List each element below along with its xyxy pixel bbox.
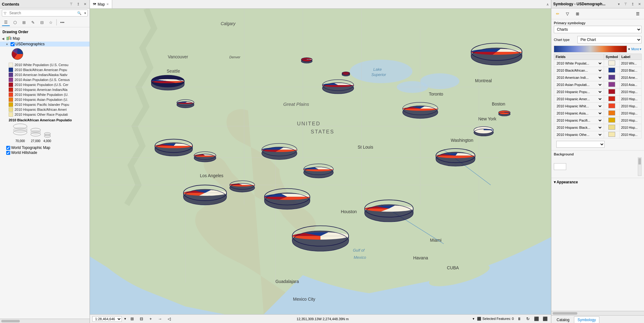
field-symbol-5[interactable] bbox=[604, 96, 620, 103]
label-col-header: Label bbox=[620, 54, 642, 60]
map-nav-btn[interactable]: ⬛ bbox=[533, 316, 540, 322]
fields-table-container: Fields Symbol Label 2010 White Populat..… bbox=[551, 54, 644, 138]
tree-item-usdemographics[interactable]: ▾ USDemographics bbox=[0, 42, 90, 47]
tree-item-world-hillshade[interactable]: World Hillshade bbox=[0, 150, 90, 155]
legend-swatch-8 bbox=[9, 102, 13, 107]
legend-swatch-0 bbox=[9, 63, 13, 67]
ramp-dropdown-icon[interactable]: ▾ bbox=[628, 47, 630, 51]
star-btn[interactable]: ☆ bbox=[47, 19, 55, 26]
coords-dropdown[interactable]: ▾ bbox=[473, 317, 474, 321]
legend-text-10: 2010 Hispanic Other Race Populati bbox=[15, 113, 68, 116]
primary-symbology-dropdown[interactable]: Charts bbox=[554, 26, 642, 33]
refresh-btn[interactable]: ↻ bbox=[524, 316, 531, 322]
sym-tool-mask[interactable]: ⊞ bbox=[573, 10, 582, 18]
contents-scroll-thumb[interactable] bbox=[1, 320, 20, 322]
map-viewport[interactable]: Calgary Vancouver Seattle Great Plains L… bbox=[90, 9, 551, 314]
contents-body: Drawing Order ◀ Map ▾ USDemographics bbox=[0, 27, 90, 319]
sym-close-btn[interactable]: ✕ bbox=[637, 1, 642, 7]
size-70000: 70,000 bbox=[15, 139, 25, 143]
sym-scrollbar[interactable] bbox=[638, 157, 642, 176]
contents-scrollbar[interactable] bbox=[0, 319, 90, 323]
legend-text-2: 2010 American Indian/Alaska Nativ bbox=[15, 73, 68, 77]
field-label-9: 2010 Hisp... bbox=[620, 124, 642, 131]
sym-unpin-btn[interactable]: ↥ bbox=[630, 1, 635, 7]
field-symbol-10[interactable] bbox=[604, 131, 620, 138]
tree-arrow-map: ◀ bbox=[2, 37, 6, 40]
field-row-8: 2010 Hispanic Pacifi... 2010 Hisp... bbox=[554, 117, 642, 124]
field-symbol-0[interactable] bbox=[604, 60, 620, 67]
sym-tool-filter[interactable]: ▽ bbox=[563, 10, 572, 18]
field-symbol-6[interactable] bbox=[604, 103, 620, 110]
sym-horizontal-scrollbar[interactable] bbox=[551, 311, 644, 315]
tree-item-map[interactable]: ◀ Map bbox=[0, 35, 90, 42]
status-right: ⬛ Selected Features: 0 ⏸ ↻ ⬛ ⬛ bbox=[477, 316, 549, 322]
field-symbol-8[interactable] bbox=[604, 117, 620, 124]
color-ramp[interactable] bbox=[554, 46, 627, 52]
more-button[interactable]: More ▾ bbox=[631, 47, 642, 51]
legend-swatch-1 bbox=[9, 68, 13, 72]
map-tab[interactable]: 🗺 Map ✕ bbox=[90, 0, 112, 8]
field-row-1: 2010 Black/African... 2010 Blac... bbox=[554, 67, 642, 74]
more-options-btn[interactable]: ••• bbox=[58, 19, 66, 26]
map-tab-close[interactable]: ✕ bbox=[106, 2, 109, 6]
appearance-label[interactable]: ▾ Appearance bbox=[554, 180, 642, 184]
sym-pin-btn[interactable]: ⊤ bbox=[623, 1, 629, 7]
map-arrow-btn[interactable]: ⬛ bbox=[542, 316, 549, 322]
field-symbol-9[interactable] bbox=[604, 124, 620, 131]
svg-text:Guadalajara: Guadalajara bbox=[276, 279, 299, 284]
table-btn[interactable]: ⊟ bbox=[38, 19, 46, 26]
pause-btn[interactable]: ⏸ bbox=[516, 316, 523, 322]
svg-point-11 bbox=[31, 130, 41, 134]
search-bar: ▽ 🔍 ▾ bbox=[2, 10, 88, 16]
world-hillshade-checkbox[interactable] bbox=[6, 151, 10, 155]
search-input[interactable] bbox=[8, 10, 76, 16]
sym-scroll-thumb[interactable] bbox=[638, 158, 641, 164]
search-dropdown-icon[interactable]: ▾ bbox=[83, 11, 87, 16]
svg-point-14 bbox=[44, 134, 51, 136]
sym-menu-btn[interactable]: ☰ bbox=[633, 10, 642, 18]
chart-type-dropdown[interactable]: Pie Chart bbox=[577, 36, 642, 43]
select-icon: ⬛ bbox=[477, 317, 481, 321]
map-tool-5[interactable]: ◁ bbox=[166, 316, 173, 322]
map-area-chevron[interactable]: ∧ bbox=[544, 0, 551, 9]
catalog-tab[interactable]: Catalog bbox=[553, 316, 573, 323]
legend-text-6: 2010 Hispanic White Population (U. bbox=[15, 93, 68, 96]
scale-dropdown[interactable]: 1:28,464,646 bbox=[92, 316, 122, 322]
sym-tool-pencil[interactable]: ✏ bbox=[553, 10, 562, 18]
field-row-6: 2010 Hispanic Whit... 2010 Hisp... bbox=[554, 103, 642, 110]
tree-item-world-topo[interactable]: World Topographic Map bbox=[0, 145, 90, 150]
sym-h-scroll-thumb[interactable] bbox=[553, 312, 577, 315]
edit-btn[interactable]: ✎ bbox=[29, 19, 37, 26]
appearance-arrow: ▾ bbox=[554, 180, 557, 184]
contents-close-btn[interactable]: ✕ bbox=[82, 1, 88, 7]
map-tool-2[interactable]: ⊟ bbox=[138, 316, 145, 322]
symbology-title: Symbology - USDemograph... bbox=[553, 2, 615, 6]
cylinder-view-btn[interactable]: ⬡ bbox=[11, 19, 19, 26]
field-symbol-7[interactable] bbox=[604, 110, 620, 117]
map-label: Map bbox=[13, 36, 20, 41]
map-tool-4[interactable]: → bbox=[157, 316, 163, 322]
legend-swatch-9 bbox=[9, 107, 13, 112]
field-symbol-2[interactable] bbox=[604, 74, 620, 81]
usdemographics-checkbox[interactable] bbox=[11, 42, 15, 46]
contents-unpin-btn[interactable]: ↥ bbox=[75, 1, 81, 7]
svg-rect-1 bbox=[9, 36, 10, 39]
svg-text:Montreal: Montreal bbox=[475, 78, 492, 83]
map-tool-3[interactable]: + bbox=[147, 316, 154, 322]
list-view-btn[interactable]: ☰ bbox=[2, 19, 10, 26]
field-symbol-1[interactable] bbox=[604, 67, 620, 74]
sym-dropdown-btn[interactable]: ▾ bbox=[616, 1, 622, 7]
world-topo-checkbox[interactable] bbox=[6, 146, 10, 150]
add-field-dropdown[interactable] bbox=[556, 141, 605, 148]
contents-pin-btn[interactable]: ⊤ bbox=[68, 1, 74, 7]
background-swatch[interactable] bbox=[554, 163, 566, 170]
fields-col-header: Fields bbox=[554, 54, 604, 60]
field-symbol-4[interactable] bbox=[604, 88, 620, 96]
search-icon[interactable]: 🔍 bbox=[76, 10, 83, 16]
filter-btn[interactable]: ⊞ bbox=[20, 19, 28, 26]
background-section: Background bbox=[551, 150, 644, 178]
map-tool-1[interactable]: ⊞ bbox=[129, 316, 135, 322]
field-row-4: 2010 Hispanic Popu... 2010 Hisp... bbox=[554, 88, 642, 96]
symbology-tab[interactable]: Symbology bbox=[574, 316, 599, 323]
field-symbol-3[interactable] bbox=[604, 81, 620, 88]
